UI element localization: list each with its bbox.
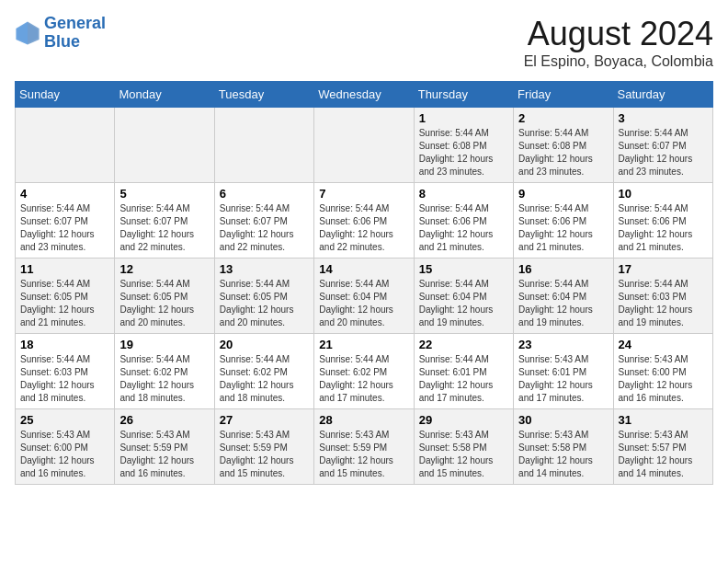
calendar-cell: 19Sunrise: 5:44 AM Sunset: 6:02 PM Dayli…	[115, 334, 214, 409]
calendar-cell: 30Sunrise: 5:43 AM Sunset: 5:58 PM Dayli…	[514, 409, 613, 485]
calendar-cell	[314, 108, 414, 183]
calendar-cell: 28Sunrise: 5:43 AM Sunset: 5:59 PM Dayli…	[314, 409, 414, 485]
calendar-cell: 2Sunrise: 5:44 AM Sunset: 6:08 PM Daylig…	[514, 108, 613, 183]
day-number: 4	[20, 187, 109, 201]
calendar-cell	[214, 108, 313, 183]
header-wednesday: Wednesday	[314, 82, 414, 108]
day-info: Sunrise: 5:44 AM Sunset: 6:04 PM Dayligh…	[319, 278, 408, 329]
calendar-cell: 8Sunrise: 5:44 AM Sunset: 6:06 PM Daylig…	[414, 183, 513, 259]
day-info: Sunrise: 5:43 AM Sunset: 6:00 PM Dayligh…	[20, 429, 109, 480]
calendar-cell: 29Sunrise: 5:43 AM Sunset: 5:58 PM Dayli…	[414, 409, 513, 485]
calendar-cell: 14Sunrise: 5:44 AM Sunset: 6:04 PM Dayli…	[314, 259, 414, 334]
day-info: Sunrise: 5:44 AM Sunset: 6:04 PM Dayligh…	[419, 278, 508, 329]
week-row-3: 11Sunrise: 5:44 AM Sunset: 6:05 PM Dayli…	[16, 259, 713, 334]
svg-marker-1	[28, 21, 40, 44]
calendar-cell: 22Sunrise: 5:44 AM Sunset: 6:01 PM Dayli…	[414, 334, 513, 409]
day-info: Sunrise: 5:44 AM Sunset: 6:08 PM Dayligh…	[518, 127, 608, 178]
day-number: 27	[220, 413, 309, 427]
day-info: Sunrise: 5:44 AM Sunset: 6:02 PM Dayligh…	[220, 353, 309, 405]
day-number: 14	[319, 262, 408, 276]
day-number: 6	[220, 187, 309, 201]
day-number: 24	[619, 338, 708, 351]
header-saturday: Saturday	[613, 82, 712, 108]
week-row-2: 4Sunrise: 5:44 AM Sunset: 6:07 PM Daylig…	[16, 183, 713, 259]
day-number: 26	[119, 413, 209, 427]
day-info: Sunrise: 5:44 AM Sunset: 6:01 PM Dayligh…	[419, 353, 508, 405]
calendar-cell: 7Sunrise: 5:44 AM Sunset: 6:06 PM Daylig…	[314, 183, 414, 259]
calendar-cell: 6Sunrise: 5:44 AM Sunset: 6:07 PM Daylig…	[214, 183, 313, 259]
day-number: 18	[20, 338, 109, 351]
calendar-cell: 15Sunrise: 5:44 AM Sunset: 6:04 PM Dayli…	[414, 259, 513, 334]
day-info: Sunrise: 5:43 AM Sunset: 5:58 PM Dayligh…	[518, 429, 608, 480]
week-row-1: 1Sunrise: 5:44 AM Sunset: 6:08 PM Daylig…	[16, 108, 713, 183]
day-info: Sunrise: 5:43 AM Sunset: 5:57 PM Dayligh…	[619, 429, 708, 480]
day-info: Sunrise: 5:44 AM Sunset: 6:07 PM Dayligh…	[119, 202, 209, 254]
calendar-cell: 12Sunrise: 5:44 AM Sunset: 6:05 PM Dayli…	[115, 259, 214, 334]
header-thursday: Thursday	[414, 82, 513, 108]
day-info: Sunrise: 5:43 AM Sunset: 5:58 PM Dayligh…	[419, 429, 508, 480]
calendar-cell: 18Sunrise: 5:44 AM Sunset: 6:03 PM Dayli…	[16, 334, 115, 409]
week-row-5: 25Sunrise: 5:43 AM Sunset: 6:00 PM Dayli…	[16, 409, 713, 485]
day-number: 3	[619, 111, 708, 125]
calendar-cell: 26Sunrise: 5:43 AM Sunset: 5:59 PM Dayli…	[115, 409, 214, 485]
day-number: 7	[319, 187, 408, 201]
day-info: Sunrise: 5:44 AM Sunset: 6:02 PM Dayligh…	[319, 353, 408, 405]
day-number: 29	[419, 413, 508, 427]
calendar-cell: 11Sunrise: 5:44 AM Sunset: 6:05 PM Dayli…	[16, 259, 115, 334]
week-row-4: 18Sunrise: 5:44 AM Sunset: 6:03 PM Dayli…	[16, 334, 713, 409]
calendar-cell: 23Sunrise: 5:43 AM Sunset: 6:01 PM Dayli…	[514, 334, 613, 409]
calendar-cell: 16Sunrise: 5:44 AM Sunset: 6:04 PM Dayli…	[514, 259, 613, 334]
day-info: Sunrise: 5:44 AM Sunset: 6:05 PM Dayligh…	[119, 278, 209, 329]
day-number: 20	[220, 338, 309, 351]
svg-marker-2	[16, 21, 28, 44]
calendar-cell: 3Sunrise: 5:44 AM Sunset: 6:07 PM Daylig…	[613, 108, 712, 183]
calendar-cell: 20Sunrise: 5:44 AM Sunset: 6:02 PM Dayli…	[214, 334, 313, 409]
day-info: Sunrise: 5:44 AM Sunset: 6:07 PM Dayligh…	[20, 202, 109, 254]
day-number: 1	[419, 111, 508, 125]
calendar-cell	[16, 108, 115, 183]
day-number: 9	[518, 187, 608, 201]
calendar-cell: 24Sunrise: 5:43 AM Sunset: 6:00 PM Dayli…	[613, 334, 712, 409]
header-friday: Friday	[514, 82, 613, 108]
calendar-cell: 9Sunrise: 5:44 AM Sunset: 6:06 PM Daylig…	[514, 183, 613, 259]
day-info: Sunrise: 5:44 AM Sunset: 6:06 PM Dayligh…	[319, 202, 408, 254]
day-number: 30	[518, 413, 608, 427]
header: General Blue August 2024 El Espino, Boya…	[15, 15, 713, 70]
day-number: 8	[419, 187, 508, 201]
day-number: 12	[119, 262, 209, 276]
day-info: Sunrise: 5:43 AM Sunset: 6:00 PM Dayligh…	[619, 353, 708, 405]
day-number: 13	[220, 262, 309, 276]
calendar-cell: 17Sunrise: 5:44 AM Sunset: 6:03 PM Dayli…	[613, 259, 712, 334]
header-tuesday: Tuesday	[214, 82, 313, 108]
day-info: Sunrise: 5:44 AM Sunset: 6:03 PM Dayligh…	[20, 353, 109, 405]
day-info: Sunrise: 5:44 AM Sunset: 6:06 PM Dayligh…	[619, 202, 708, 254]
day-info: Sunrise: 5:44 AM Sunset: 6:07 PM Dayligh…	[619, 127, 708, 178]
calendar-cell: 27Sunrise: 5:43 AM Sunset: 5:59 PM Dayli…	[214, 409, 313, 485]
calendar-cell: 13Sunrise: 5:44 AM Sunset: 6:05 PM Dayli…	[214, 259, 313, 334]
day-info: Sunrise: 5:44 AM Sunset: 6:06 PM Dayligh…	[518, 202, 608, 254]
calendar-cell: 1Sunrise: 5:44 AM Sunset: 6:08 PM Daylig…	[414, 108, 513, 183]
day-number: 11	[20, 262, 109, 276]
calendar-cell: 4Sunrise: 5:44 AM Sunset: 6:07 PM Daylig…	[16, 183, 115, 259]
calendar-cell: 25Sunrise: 5:43 AM Sunset: 6:00 PM Dayli…	[16, 409, 115, 485]
logo-icon	[15, 20, 40, 46]
day-number: 28	[319, 413, 408, 427]
day-number: 2	[518, 111, 608, 125]
calendar-cell: 31Sunrise: 5:43 AM Sunset: 5:57 PM Dayli…	[613, 409, 712, 485]
day-number: 25	[20, 413, 109, 427]
day-number: 5	[119, 187, 209, 201]
day-number: 17	[619, 262, 708, 276]
day-number: 15	[419, 262, 508, 276]
day-info: Sunrise: 5:43 AM Sunset: 6:01 PM Dayligh…	[518, 353, 608, 405]
day-info: Sunrise: 5:43 AM Sunset: 5:59 PM Dayligh…	[119, 429, 209, 480]
day-number: 22	[419, 338, 508, 351]
day-number: 31	[619, 413, 708, 427]
day-info: Sunrise: 5:43 AM Sunset: 5:59 PM Dayligh…	[319, 429, 408, 480]
subtitle: El Espino, Boyaca, Colombia	[524, 53, 713, 70]
calendar-cell: 21Sunrise: 5:44 AM Sunset: 6:02 PM Dayli…	[314, 334, 414, 409]
calendar-cell: 5Sunrise: 5:44 AM Sunset: 6:07 PM Daylig…	[115, 183, 214, 259]
header-sunday: Sunday	[16, 82, 115, 108]
day-info: Sunrise: 5:44 AM Sunset: 6:02 PM Dayligh…	[119, 353, 209, 405]
day-number: 10	[619, 187, 708, 201]
calendar-table: SundayMondayTuesdayWednesdayThursdayFrid…	[15, 81, 713, 485]
